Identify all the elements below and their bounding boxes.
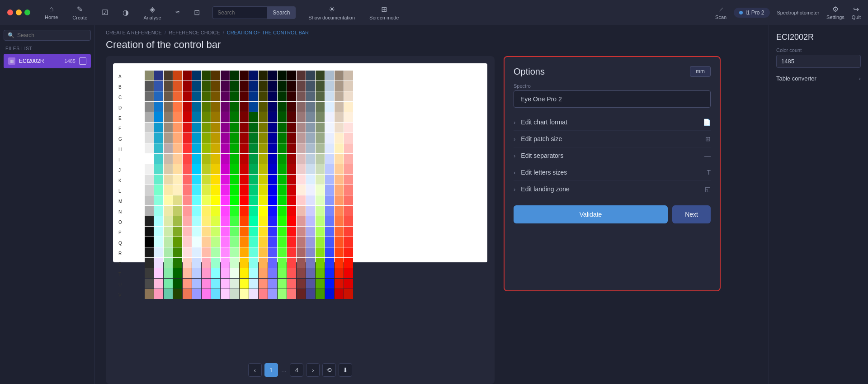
row-label-j: J: [118, 165, 122, 175]
page-title: Creation of the control bar: [95, 37, 769, 56]
theme-icon: ◑: [123, 8, 129, 17]
scan-icon: ⟋: [717, 5, 725, 14]
settings-icon: ⚙: [832, 5, 839, 14]
nav-analyse[interactable]: ◈ Analyse: [138, 3, 166, 22]
nav-screen-label: Screen mode: [369, 15, 399, 20]
page-4-button[interactable]: 4: [290, 363, 303, 377]
close-button[interactable]: [7, 9, 13, 15]
i1-label: i1 Pro 2: [745, 9, 764, 16]
option-landing-zone[interactable]: › Edit landing zone ◱: [514, 181, 711, 197]
minimize-button[interactable]: [16, 9, 22, 15]
breadcrumb-item-2[interactable]: REFERENCE CHOICE: [169, 30, 220, 35]
spectro-input[interactable]: [514, 90, 711, 108]
row-label-v: V: [118, 290, 122, 300]
maximize-button[interactable]: [24, 9, 30, 15]
docs-icon: ☀: [329, 5, 335, 14]
spectro-control[interactable]: Spectrophotometer: [777, 10, 820, 15]
nav-create[interactable]: ✎ Create: [67, 3, 93, 22]
quit-icon: ↪: [853, 5, 859, 14]
right-panel: ECI2002R Color count 1485 Table converte…: [769, 25, 868, 384]
row-label-c: C: [118, 92, 122, 102]
chart-pagination: ‹ 1 ... 4 › ⟲ ⬇: [248, 358, 353, 377]
analyse-icon: ◈: [150, 5, 155, 14]
chevron-right-icon: ›: [514, 119, 515, 126]
nav-docs-label: Show documentation: [308, 15, 355, 20]
options-actions: Validate Next: [514, 205, 711, 223]
page-dots: ...: [281, 367, 288, 374]
scan-control[interactable]: ⟋ Scan: [715, 5, 726, 20]
option-landing-zone-label: Edit landing zone: [521, 185, 701, 193]
chart-preview: A B C D E F G H I J K L M N O: [106, 56, 495, 384]
row-label-n: N: [118, 207, 122, 217]
option-separators[interactable]: › Edit separators —: [514, 147, 711, 164]
chevron-right-icon-2: ›: [514, 136, 515, 142]
breadcrumb: CREATE A REFERENCE / REFERENCE CHOICE / …: [95, 25, 769, 37]
row-label-b: B: [118, 82, 122, 92]
file-count: 1485: [65, 58, 75, 64]
search-icon: 🔍: [8, 32, 14, 38]
table-converter-label: Table converter: [776, 75, 816, 82]
file-checkbox[interactable]: [79, 57, 86, 65]
sidebar-search-container[interactable]: 🔍: [4, 30, 91, 41]
search-button[interactable]: Search: [267, 6, 296, 19]
nav-screen-mode[interactable]: ⊞ Screen mode: [364, 3, 404, 22]
options-title: Options: [514, 66, 545, 77]
nav-analyse-label: Analyse: [143, 15, 161, 20]
row-label-s: S: [118, 259, 122, 269]
table-converter-chevron: ›: [859, 75, 861, 82]
next-button[interactable]: Next: [672, 205, 711, 223]
nav-wave[interactable]: ≈: [170, 6, 185, 19]
nav-home[interactable]: ⌂ Home: [39, 3, 63, 22]
row-label-o: O: [118, 217, 122, 227]
chevron-right-icon-4: ›: [514, 169, 515, 176]
breadcrumb-item-3[interactable]: CREATION OF THE CONTROL BAR: [227, 30, 309, 35]
option-patch-size[interactable]: › Edit patch size ⊞: [514, 131, 711, 147]
quit-control[interactable]: ↪ Quit: [852, 5, 861, 20]
validate-button[interactable]: Validate: [514, 205, 668, 223]
option-chart-format-label: Edit chart format: [521, 119, 699, 126]
page-prev-button[interactable]: ‹: [248, 363, 262, 377]
row-label-k: K: [118, 175, 122, 185]
color-count-value: 1485: [776, 55, 861, 68]
row-label-f: F: [118, 123, 122, 133]
row-label-i: I: [118, 155, 122, 165]
quit-label: Quit: [852, 14, 861, 20]
content: CREATE A REFERENCE / REFERENCE CHOICE / …: [95, 25, 769, 384]
files-list-label: FILES LIST: [4, 46, 91, 51]
option-letters-sizes[interactable]: › Edit letters sizes T: [514, 164, 711, 181]
options-panel: Options mm Spectro › Edit chart format 📄…: [504, 56, 721, 291]
home-icon: ⌂: [49, 5, 54, 13]
separators-icon: —: [704, 152, 711, 159]
page-next-button[interactable]: ›: [306, 363, 320, 377]
row-label-r: R: [118, 248, 122, 258]
sidebar-search-input[interactable]: [17, 32, 87, 38]
table-converter-row[interactable]: Table converter ›: [776, 73, 861, 84]
download-button[interactable]: ⬇: [339, 363, 352, 377]
row-labels: A B C D E F G H I J K L M N O: [118, 71, 122, 300]
nav-theme[interactable]: ◑: [117, 6, 134, 19]
chevron-right-icon-5: ›: [514, 186, 515, 193]
breadcrumb-item-1[interactable]: CREATE A REFERENCE: [106, 30, 162, 35]
search-input[interactable]: [212, 6, 267, 19]
option-letters-sizes-label: Edit letters sizes: [521, 169, 703, 176]
option-chart-format[interactable]: › Edit chart format 📄: [514, 114, 711, 131]
unit-badge[interactable]: mm: [690, 66, 711, 77]
file-item-eci2002r[interactable]: ▦ ECI2002R 1485: [4, 54, 91, 68]
i1-spectro-badge[interactable]: i1 Pro 2: [734, 8, 769, 18]
right-controls: ⟋ Scan i1 Pro 2 Spectrophotometer ⚙ Sett…: [715, 5, 861, 20]
settings-control[interactable]: ⚙ Settings: [826, 5, 844, 20]
chevron-right-icon-3: ›: [514, 152, 515, 159]
rotate-button[interactable]: ⟲: [322, 363, 336, 377]
color-count-label: Color count: [776, 47, 861, 53]
nav-docs[interactable]: ☀ Show documentation: [303, 3, 360, 22]
sidebar: 🔍 FILES LIST ▦ ECI2002R 1485: [0, 25, 95, 384]
nav-todo[interactable]: ☑: [96, 6, 113, 19]
titlebar: ⌂ Home ✎ Create ☑ ◑ ◈ Analyse ≈ ⊡ Search…: [0, 0, 868, 25]
row-label-t: T: [118, 269, 122, 279]
breadcrumb-sep-1: /: [165, 30, 166, 35]
file-name: ECI2002R: [19, 58, 61, 64]
page-1-button[interactable]: 1: [264, 363, 278, 377]
spectro-label: Spectro: [514, 83, 711, 89]
nav-layers[interactable]: ⊡: [189, 6, 205, 19]
scan-label: Scan: [715, 14, 726, 20]
